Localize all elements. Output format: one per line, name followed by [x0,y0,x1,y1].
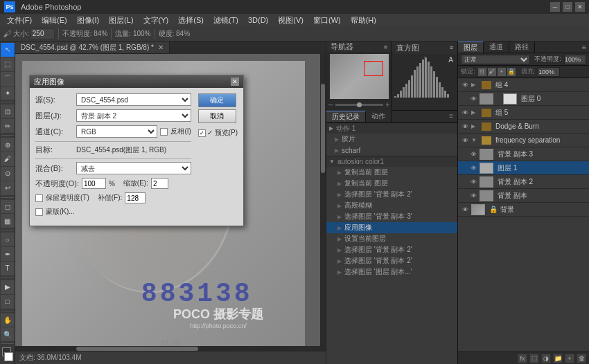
history-item-copy2[interactable]: ▶复制当前 图层 [326,178,457,189]
tab-history[interactable]: 历史记录 [326,111,366,122]
menu-select[interactable]: 选择(S) [174,14,208,26]
tool-history-brush[interactable]: ↩ [1,181,15,195]
history-item-scharf[interactable]: ▶scharf [326,145,457,156]
tool-pen[interactable]: ✒ [1,247,15,261]
layer-visibility-group4[interactable]: 👁 [461,81,469,89]
menu-edit[interactable]: 编辑(E) [37,14,71,26]
preview-checkbox[interactable]: ✓ [198,129,206,137]
layer-row-bgcopy[interactable]: 👁 背景 副本 [458,189,589,203]
tab-close[interactable]: ✕ [158,44,164,51]
canvas-tab[interactable]: DSC_4554.psd @ 42.7% (图层 1, RGB/8) * ✕ [15,42,170,54]
tool-type[interactable]: T [1,262,15,275]
layer-visibility-bg[interactable]: 👁 [461,206,469,214]
minimize-button[interactable]: ─ [550,2,560,12]
offset-input[interactable] [125,192,146,203]
lock-image[interactable]: 🖌 [488,68,496,76]
tab-channels[interactable]: 通道 [484,42,509,53]
tool-marquee[interactable]: ⬚ [1,57,15,71]
history-item-select3[interactable]: ▶选择图层 '背景 副本 2' [326,244,457,255]
fill-input-layers[interactable] [538,67,560,77]
menu-file[interactable]: 文件(F) [3,14,36,26]
tool-gradient[interactable]: ▦ [1,214,15,228]
layer-row-layer0[interactable]: 👁 图层 0 [458,92,589,106]
lock-position[interactable]: + [498,68,506,76]
tool-crop[interactable]: ⊡ [1,104,15,118]
menu-type[interactable]: 文字(Y) [139,14,173,26]
menu-help[interactable]: 帮助(H) [346,14,380,26]
history-item-select5[interactable]: ▶选择图层 '图层 副本...' [326,266,457,277]
nav-red-box[interactable] [364,61,383,76]
invert-checkbox[interactable] [160,128,168,136]
tool-healing[interactable]: ⊕ [1,138,15,152]
menu-window[interactable]: 窗口(W) [309,14,345,26]
navigator-header[interactable]: 导航器 ≡ [326,42,392,52]
layer-row-group4[interactable]: 👁 ▶ 组 4 [458,78,589,92]
scale-input[interactable] [151,178,168,189]
horizontal-scrollbar[interactable] [15,346,320,352]
tool-move[interactable]: ↖ [1,43,15,57]
layer-visibility-freqsep[interactable]: 👁 [461,136,469,145]
add-adjustment-btn[interactable]: ◑ [541,354,551,363]
source-select[interactable]: DSC_4554.psd [76,93,191,106]
layer-row-freqsep[interactable]: 👁 ▼ frequency separation [458,134,589,147]
tool-clone[interactable]: ⊙ [1,167,15,181]
lock-all[interactable]: 🔒 [507,68,516,76]
layer-row-group5[interactable]: 👁 ▶ 组 5 [458,106,589,120]
tool-eraser[interactable]: ◻ [1,200,15,214]
history-item-setlayer[interactable]: ▶设置当前图层 [326,233,457,244]
menu-3d[interactable]: 3D(D) [244,14,272,26]
history-menu-btn[interactable]: ≡ [445,111,457,122]
layer-visibility-layer0[interactable]: 👁 [469,95,477,103]
add-layer-btn[interactable]: + [565,354,574,363]
blend-mode-select[interactable]: 正常 [461,55,530,64]
layer-row-bg3[interactable]: 👁 背景 副本 3 [458,147,589,161]
layer-visibility-bgcopy[interactable]: 👁 [469,192,477,200]
nav-preview[interactable] [330,54,389,99]
layer-row-bg[interactable]: 👁 🔒 背景 [458,203,589,217]
vertical-scrollbar[interactable] [320,54,326,352]
tab-actions[interactable]: 动作 [366,111,392,122]
tool-hand[interactable]: ✋ [1,313,15,327]
layers-menu-btn[interactable]: ≡ [579,42,589,53]
histogram-header[interactable]: 直方图 ≡ [392,42,457,54]
tool-zoom[interactable]: 🔍 [1,327,15,341]
lock-transparent[interactable]: ⊡ [478,68,486,76]
layer-visibility-dodgeburn[interactable]: 👁 [461,122,469,131]
menu-filter[interactable]: 滤镜(T) [209,14,243,26]
tool-eyedropper[interactable]: ✏ [1,119,15,133]
channel-select[interactable]: RGB [76,125,157,138]
opacity-input[interactable] [82,178,106,189]
history-item-apply[interactable]: ▶应用图像 [326,222,457,233]
restore-button[interactable]: □ [563,2,572,12]
add-mask-btn[interactable]: ⬚ [529,354,539,363]
layer-visibility-group5[interactable]: 👁 [461,109,469,117]
menu-layer[interactable]: 图层(L) [105,14,137,26]
title-bar-controls[interactable]: ─ □ ✕ [550,2,585,12]
add-style-btn[interactable]: fx [518,354,527,363]
tool-brush[interactable]: 🖌 [1,152,15,166]
history-item-film[interactable]: ▶胶片 [326,134,457,145]
blending-select[interactable]: 减去 [76,162,191,174]
tool-dodge[interactable]: ○ [1,233,15,246]
history-item-select4[interactable]: ▶选择图层 '背景 副本 2' [326,255,457,266]
close-button[interactable]: ✕ [575,2,585,12]
layer-visibility-bg2[interactable]: 👁 [469,178,477,186]
tool-quick-select[interactable]: ✦ [1,87,15,100]
tool-path-selection[interactable]: ▶ [1,280,15,294]
layer-select[interactable]: 背景 副本 2 [76,109,191,122]
layer-visibility-bg3[interactable]: 👁 [469,150,477,158]
mask-checkbox[interactable] [35,208,43,216]
dialog-close-button[interactable]: ✕ [231,78,239,86]
layer-visibility-layer1[interactable]: 👁 [469,164,477,172]
layer-row-layer1[interactable]: 👁 图层 1 [458,161,589,175]
history-item-select2[interactable]: ▶选择图层 '背景 副本 3' [326,211,457,222]
tab-layers[interactable]: 图层 [458,42,484,53]
cancel-button[interactable]: 取消 [198,109,236,123]
layer-row-bg2[interactable]: 👁 背景 副本 2 [458,175,589,189]
opacity-input-layers[interactable] [564,55,586,64]
menu-image[interactable]: 图像(I) [73,14,103,26]
tab-paths[interactable]: 路径 [509,42,535,53]
history-item-gaussian[interactable]: ▶高斯模糊 [326,200,457,211]
history-item-copy1[interactable]: ▶复制当前 图层 [326,167,457,178]
ok-button[interactable]: 确定 [198,93,236,107]
